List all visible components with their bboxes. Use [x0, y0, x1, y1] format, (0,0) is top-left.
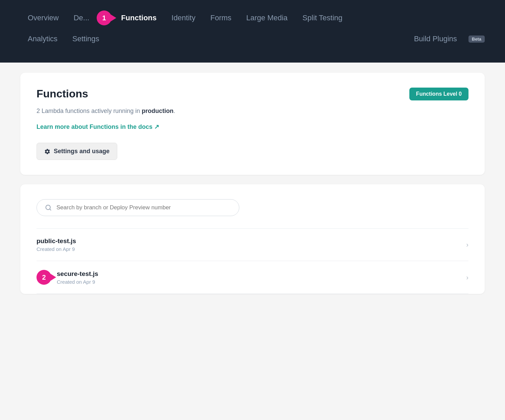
- nav-item-overview[interactable]: Overview: [20, 9, 66, 26]
- card-description: 2 Lambda functions actively running in p…: [37, 107, 468, 116]
- nav-item-analytics[interactable]: Analytics: [20, 30, 65, 47]
- function-name: public-test.js: [37, 237, 76, 245]
- card-title: Functions: [37, 88, 88, 100]
- nav-item-settings[interactable]: Settings: [65, 30, 107, 47]
- functions-info-card: Functions Functions Level 0 2 Lambda fun…: [20, 73, 485, 175]
- function-item-public-test[interactable]: public-test.js Created on Apr 9 ›: [37, 228, 468, 261]
- search-icon: [45, 204, 52, 211]
- nav-item-deploys[interactable]: De...: [66, 9, 97, 26]
- nav-row-1: Overview De... 1 Functions Identity Form…: [20, 0, 485, 26]
- docs-link[interactable]: Learn more about Functions in the docs ↗: [37, 123, 159, 131]
- beta-badge: Beta: [468, 36, 485, 43]
- function-date-2: Created on Apr 9: [57, 279, 98, 285]
- function-item-left: public-test.js Created on Apr 9: [37, 237, 76, 252]
- nav-item-large-media[interactable]: Large Media: [239, 9, 295, 26]
- gear-icon: [44, 148, 50, 155]
- main-content: Functions Functions Level 0 2 Lambda fun…: [0, 63, 505, 304]
- annotation-bubble-2: 2: [37, 270, 51, 285]
- nav-header: Overview De... 1 Functions Identity Form…: [0, 0, 505, 63]
- nav-row-2: Analytics Settings Build Plugins Beta: [20, 26, 485, 57]
- functions-list-card: public-test.js Created on Apr 9 › 2 secu…: [20, 184, 485, 294]
- search-input[interactable]: [56, 204, 231, 211]
- nav-item-split-testing[interactable]: Split Testing: [295, 9, 350, 26]
- function-item-info-2: secure-test.js Created on Apr 9: [57, 270, 98, 285]
- nav-item-build-plugins[interactable]: Build Plugins: [407, 30, 464, 47]
- svg-line-1: [50, 209, 51, 210]
- nav-row-2-right: Build Plugins Beta: [407, 30, 485, 47]
- function-item-secure-test[interactable]: 2 secure-test.js Created on Apr 9 ›: [37, 261, 468, 294]
- search-bar[interactable]: [37, 199, 239, 216]
- chevron-right-icon-2: ›: [466, 274, 468, 281]
- function-item-info: public-test.js Created on Apr 9: [37, 237, 76, 252]
- nav-item-identity[interactable]: Identity: [164, 9, 203, 26]
- nav-row-2-left: Analytics Settings: [20, 30, 107, 47]
- function-date: Created on Apr 9: [37, 246, 76, 252]
- card-header: Functions Functions Level 0: [37, 88, 468, 100]
- annotation-bubble-1: 1: [97, 10, 112, 25]
- functions-level-badge: Functions Level 0: [409, 88, 468, 100]
- nav-item-functions[interactable]: Functions: [114, 9, 164, 26]
- nav-item-forms[interactable]: Forms: [203, 9, 239, 26]
- settings-and-usage-button[interactable]: Settings and usage: [37, 143, 117, 160]
- functions-list: public-test.js Created on Apr 9 › 2 secu…: [37, 228, 468, 294]
- function-name-2: secure-test.js: [57, 270, 98, 278]
- chevron-right-icon: ›: [466, 241, 468, 249]
- function-item-left-2: 2 secure-test.js Created on Apr 9: [37, 270, 98, 285]
